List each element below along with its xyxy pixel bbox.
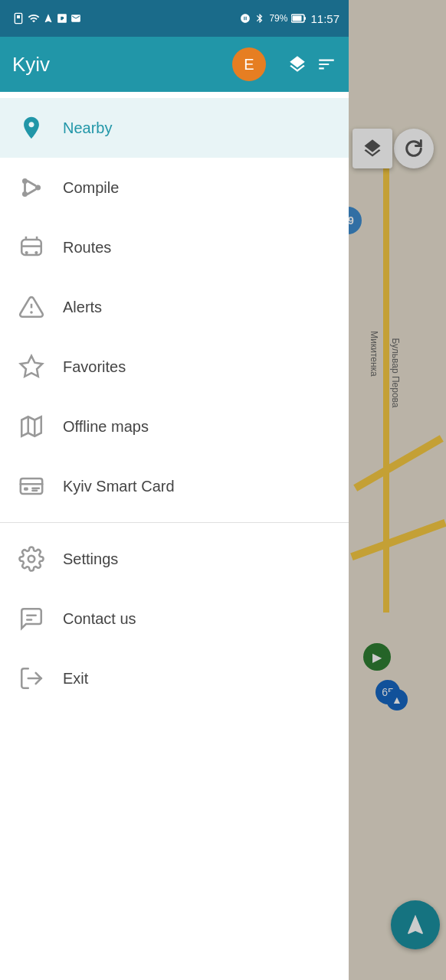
- svg-rect-11: [21, 240, 41, 255]
- location-pin-icon: [15, 112, 48, 144]
- routes-label: Routes: [63, 239, 111, 256]
- sidebar-item-offline-maps[interactable]: Offline maps: [0, 397, 349, 456]
- sidebar-item-nearby[interactable]: Nearby: [0, 98, 349, 158]
- layers-header-icon[interactable]: [287, 54, 307, 74]
- battery-icon: [291, 14, 307, 23]
- svg-point-14: [34, 251, 38, 254]
- svg-line-9: [28, 181, 35, 186]
- sim-icon: [12, 12, 25, 24]
- svg-marker-19: [21, 356, 42, 377]
- contact-chat-icon: [15, 603, 48, 635]
- drawer-scrim[interactable]: [349, 0, 446, 980]
- exit-label: Exit: [63, 670, 88, 688]
- bluetooth-icon: [254, 13, 265, 24]
- navigation-drawer: 79% 11:57 Kyiv E: [0, 0, 349, 980]
- sidebar-item-routes[interactable]: Routes: [0, 217, 349, 277]
- app-title: Kyiv: [12, 53, 232, 77]
- sidebar-item-alerts[interactable]: Alerts: [0, 277, 349, 337]
- exit-icon: [15, 662, 48, 694]
- alerts-label: Alerts: [63, 299, 102, 316]
- nfc-icon: [57, 13, 67, 24]
- svg-line-10: [28, 190, 35, 194]
- offline-maps-label: Offline maps: [63, 418, 149, 436]
- sidebar-item-favorites[interactable]: Favorites: [0, 337, 349, 397]
- email-icon: [71, 13, 81, 24]
- nfc-right-icon: [240, 13, 251, 24]
- favorites-star-icon: [15, 351, 48, 383]
- menu-divider: [0, 522, 349, 523]
- svg-rect-24: [24, 487, 28, 490]
- svg-point-27: [28, 556, 35, 563]
- offline-maps-icon: [15, 410, 48, 443]
- svg-rect-1: [17, 15, 20, 18]
- settings-gear-icon: [15, 543, 48, 575]
- sidebar-item-compile[interactable]: Compile: [0, 158, 349, 217]
- wifi-icon: [28, 12, 40, 24]
- drawer-app-header: Kyiv E: [0, 37, 349, 92]
- svg-rect-3: [304, 17, 306, 20]
- drawer-menu: Nearby Compile: [0, 92, 349, 980]
- compile-label: Compile: [63, 179, 119, 197]
- status-icons-right: 79% 11:57: [240, 12, 339, 25]
- settings-label: Settings: [63, 550, 118, 568]
- svg-point-13: [25, 251, 28, 254]
- contact-us-label: Contact us: [63, 610, 136, 628]
- status-time: 11:57: [310, 12, 339, 25]
- battery-percent: 79%: [269, 13, 287, 24]
- smart-card-icon: [15, 470, 48, 502]
- favorites-label: Favorites: [63, 358, 126, 376]
- sidebar-item-smart-card[interactable]: Kyiv Smart Card: [0, 456, 349, 516]
- alerts-warning-icon: [15, 291, 48, 323]
- svg-rect-4: [293, 16, 302, 21]
- smart-card-label: Kyiv Smart Card: [63, 478, 175, 495]
- navigation-icon: [43, 13, 54, 24]
- sidebar-item-settings[interactable]: Settings: [0, 529, 349, 589]
- compile-icon: [15, 172, 48, 204]
- svg-rect-22: [21, 479, 42, 494]
- routes-bus-icon: [15, 231, 48, 263]
- status-icons-left: [12, 12, 81, 24]
- sidebar-item-contact-us[interactable]: Contact us: [0, 589, 349, 648]
- sidebar-item-exit[interactable]: Exit: [0, 648, 349, 708]
- menu-header-icon[interactable]: [316, 54, 336, 74]
- user-avatar[interactable]: E: [232, 47, 266, 81]
- nearby-label: Nearby: [63, 119, 112, 137]
- drawer-status-bar: 79% 11:57: [0, 0, 349, 37]
